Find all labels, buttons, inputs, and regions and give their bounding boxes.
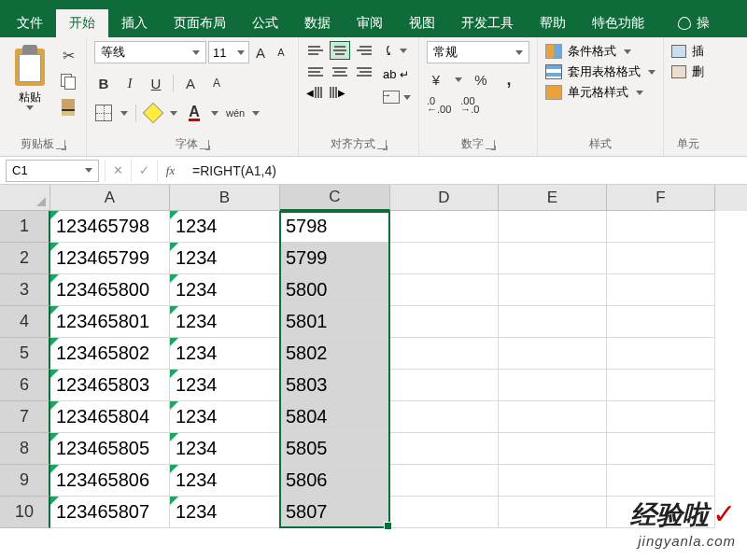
number-format-combo[interactable]: 常规 (427, 41, 529, 63)
select-all-corner[interactable] (0, 185, 50, 211)
cell[interactable]: 5803 (280, 370, 390, 401)
align-top-center[interactable] (330, 41, 350, 60)
align-mid-right[interactable] (353, 63, 374, 81)
font-name-combo[interactable]: 等线 (94, 41, 206, 63)
cell[interactable]: 5805 (280, 433, 390, 465)
cell[interactable]: 1234 (170, 465, 280, 497)
merge-center-button[interactable] (383, 91, 411, 104)
delete-cells-button[interactable]: 删 (671, 63, 704, 80)
align-mid-left[interactable] (306, 63, 327, 81)
align-launcher[interactable] (377, 140, 387, 149)
cell[interactable] (499, 370, 607, 401)
bold-button[interactable]: B (94, 73, 113, 93)
tab-view[interactable]: 视图 (396, 9, 448, 37)
cell[interactable]: 123465805 (50, 433, 170, 465)
row-header[interactable]: 4 (0, 306, 50, 338)
italic-button[interactable]: I (120, 73, 139, 93)
cell[interactable]: 123465798 (50, 211, 170, 243)
confirm-button[interactable]: ✓ (131, 160, 157, 182)
grow-font-button[interactable]: A (251, 42, 270, 63)
formula-input[interactable]: =RIGHT(A1,4) (183, 163, 747, 178)
cell[interactable] (499, 401, 607, 433)
format-as-table-button[interactable]: 套用表格格式 (545, 63, 655, 80)
comma-button[interactable] (500, 69, 518, 90)
cut-button[interactable] (58, 45, 78, 65)
number-launcher[interactable] (486, 140, 495, 149)
cell[interactable] (607, 401, 715, 433)
cell[interactable] (499, 211, 607, 243)
row-header[interactable]: 9 (0, 465, 50, 497)
cell[interactable]: 5801 (280, 306, 390, 338)
caret-down-icon[interactable] (252, 111, 260, 116)
orientation-button[interactable]: ⤹ (383, 43, 394, 58)
font-alt-a2-button[interactable]: A (207, 73, 226, 93)
cell[interactable]: 1234 (170, 306, 280, 338)
col-header-c[interactable]: C (280, 185, 390, 211)
cell[interactable] (499, 243, 607, 274)
tab-insert[interactable]: 插入 (108, 9, 161, 37)
tab-developer[interactable]: 开发工具 (448, 9, 527, 37)
decrease-indent-button[interactable]: ◀ (306, 87, 322, 98)
cell[interactable]: 5798 (280, 211, 390, 243)
cell[interactable]: 123465800 (50, 274, 170, 306)
row-header[interactable]: 2 (0, 243, 50, 274)
cell[interactable]: 1234 (170, 370, 280, 401)
copy-button[interactable] (58, 71, 78, 91)
cell[interactable]: 5802 (280, 338, 390, 370)
cancel-button[interactable]: ✕ (105, 160, 131, 182)
tab-file[interactable]: 文件 (4, 9, 56, 37)
cell[interactable] (390, 497, 499, 528)
col-header-b[interactable]: B (170, 185, 280, 211)
align-top-left[interactable] (306, 41, 327, 60)
tab-data[interactable]: 数据 (291, 9, 344, 37)
cell[interactable] (390, 211, 499, 243)
cell[interactable]: 5800 (280, 274, 390, 306)
font-launcher[interactable] (200, 140, 209, 149)
currency-button[interactable]: ¥ (427, 69, 445, 90)
cell[interactable] (390, 401, 499, 433)
cell[interactable] (607, 370, 715, 401)
cell[interactable]: 1234 (170, 338, 280, 370)
align-top-right[interactable] (353, 41, 374, 60)
row-header[interactable]: 8 (0, 433, 50, 465)
cell-styles-button[interactable]: 单元格样式 (545, 84, 655, 101)
decrease-decimal-button[interactable]: .00→.0 (460, 95, 479, 116)
row-header[interactable]: 3 (0, 274, 50, 306)
cell[interactable] (499, 338, 607, 370)
cell[interactable]: 1234 (170, 497, 280, 528)
row-header[interactable]: 5 (0, 338, 50, 370)
insert-function-button[interactable]: fx (157, 160, 183, 182)
cell[interactable]: 1234 (170, 211, 280, 243)
caret-down-icon[interactable] (211, 111, 218, 116)
phonetic-button[interactable]: wén (226, 103, 245, 123)
caret-down-icon[interactable] (455, 77, 462, 82)
cell[interactable] (607, 433, 715, 465)
cell[interactable]: 123465803 (50, 370, 170, 401)
cell[interactable] (390, 338, 499, 370)
cell[interactable]: 1234 (170, 274, 280, 306)
col-header-a[interactable]: A (50, 185, 170, 211)
cell[interactable] (607, 306, 715, 338)
percent-button[interactable] (472, 69, 490, 90)
cell[interactable]: 1234 (170, 433, 280, 465)
tab-home[interactable]: 开始 (56, 9, 108, 37)
cell[interactable] (390, 433, 499, 465)
col-header-e[interactable]: E (499, 185, 607, 211)
row-header[interactable]: 6 (0, 370, 50, 401)
caret-down-icon[interactable] (170, 111, 177, 116)
font-alt-a-button[interactable]: A (181, 73, 200, 93)
align-mid-center[interactable] (330, 63, 350, 81)
cell[interactable] (390, 274, 499, 306)
cell[interactable] (390, 306, 499, 338)
cell[interactable] (607, 243, 715, 274)
font-size-combo[interactable]: 11 (208, 41, 249, 63)
clipboard-launcher[interactable] (56, 140, 65, 149)
font-color-button[interactable]: A (185, 103, 204, 123)
fill-color-button[interactable] (144, 103, 162, 123)
cell[interactable] (499, 465, 607, 497)
cell[interactable]: 123465806 (50, 465, 170, 497)
conditional-formatting-button[interactable]: 条件格式 (545, 43, 655, 60)
tab-page-layout[interactable]: 页面布局 (161, 9, 239, 37)
name-box[interactable]: C1 (6, 160, 99, 182)
caret-down-icon[interactable] (120, 111, 128, 116)
